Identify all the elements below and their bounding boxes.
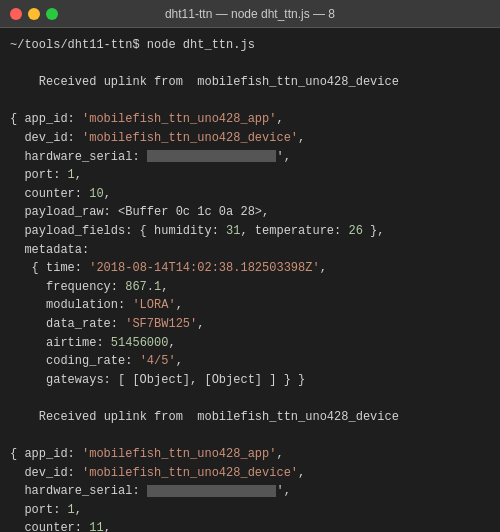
terminal-body: ~/tools/dht11-ttn$ node dht_ttn.js Recei… xyxy=(0,28,500,532)
traffic-lights xyxy=(10,8,58,20)
block1-counter: counter: 10, xyxy=(10,185,490,204)
close-button[interactable] xyxy=(10,8,22,20)
block2-hardware-serial: hardware_serial: ', xyxy=(10,482,490,501)
block1-frequency: frequency: 867.1, xyxy=(10,278,490,297)
window-title: dht11-ttn — node dht_ttn.js — 8 xyxy=(165,7,335,21)
block1-app-id: { app_id: 'mobilefish_ttn_uno428_app', xyxy=(10,110,490,129)
block1-airtime: airtime: 51456000, xyxy=(10,334,490,353)
block1-port: port: 1, xyxy=(10,166,490,185)
block1-coding-rate: coding_rate: '4/5', xyxy=(10,352,490,371)
block1-metadata: metadata: xyxy=(10,241,490,260)
block1-gateways: gateways: [ [Object], [Object] ] } } xyxy=(10,371,490,390)
block2-app-id: { app_id: 'mobilefish_ttn_uno428_app', xyxy=(10,445,490,464)
redacted-serial-2 xyxy=(147,485,277,497)
maximize-button[interactable] xyxy=(46,8,58,20)
received-line-1: Received uplink from mobilefish_ttn_uno4… xyxy=(10,55,490,111)
block1-dev-id: dev_id: 'mobilefish_ttn_uno428_device', xyxy=(10,129,490,148)
block2-counter: counter: 11, xyxy=(10,519,490,532)
block1-time: { time: '2018-08-14T14:02:38.182503398Z'… xyxy=(10,259,490,278)
block1-payload-raw: payload_raw: <Buffer 0c 1c 0a 28>, xyxy=(10,203,490,222)
minimize-button[interactable] xyxy=(28,8,40,20)
block2-port: port: 1, xyxy=(10,501,490,520)
redacted-serial-1 xyxy=(147,150,277,162)
block1-data-rate: data_rate: 'SF7BW125', xyxy=(10,315,490,334)
block1-modulation: modulation: 'LORA', xyxy=(10,296,490,315)
prompt-line: ~/tools/dht11-ttn$ node dht_ttn.js xyxy=(10,36,490,55)
block1-hardware-serial: hardware_serial: ', xyxy=(10,148,490,167)
block1-payload-fields: payload_fields: { humidity: 31, temperat… xyxy=(10,222,490,241)
received-line-2: Received uplink from mobilefish_ttn_uno4… xyxy=(10,389,490,445)
title-bar: dht11-ttn — node dht_ttn.js — 8 xyxy=(0,0,500,28)
block2-dev-id: dev_id: 'mobilefish_ttn_uno428_device', xyxy=(10,464,490,483)
